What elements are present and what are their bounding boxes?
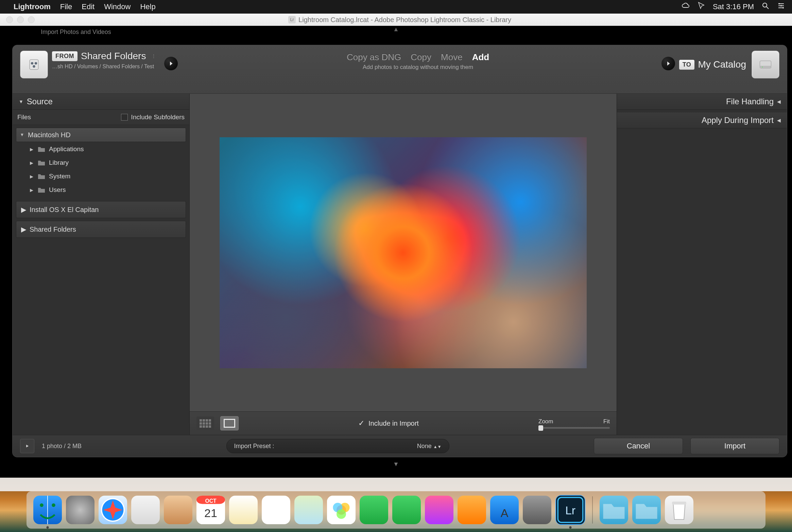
module-strip: Import Photos and Videos ▲ — [0, 26, 792, 38]
tree-volume[interactable]: ▶Install OS X El Capitan — [16, 201, 186, 218]
menu-file[interactable]: File — [60, 2, 72, 11]
import-bottombar: 1 photo / 2 MB Import Preset : None ▲▼ C… — [13, 435, 787, 457]
preview-toolbar: ✓ Include in Import ZoomFit — [190, 411, 617, 435]
window-app-icon: Lr — [288, 16, 296, 23]
include-subfolders-checkbox[interactable] — [121, 114, 128, 121]
dock-apps-folder[interactable] — [600, 496, 628, 524]
preview-panel: ✓ Include in Import ZoomFit — [190, 94, 617, 435]
window-titlebar: Lr Lightroom Catalog.lrcat - Adobe Photo… — [0, 14, 792, 26]
svg-point-10 — [35, 62, 37, 65]
menubar-clock[interactable]: Sat 3:16 PM — [713, 2, 754, 11]
source-panel-header[interactable]: ▼ Source — [13, 94, 189, 110]
dock-app-launchpad[interactable] — [66, 496, 94, 524]
tree-volume[interactable]: ▶Shared Folders — [16, 221, 186, 238]
dock-app-notes[interactable] — [229, 496, 258, 524]
grid-view-button[interactable] — [196, 416, 214, 430]
menu-help[interactable]: Help — [140, 2, 155, 11]
cancel-button[interactable]: Cancel — [594, 438, 683, 454]
dock-downloads-folder[interactable] — [632, 496, 661, 524]
dock-app-calendar[interactable]: OCT21 — [196, 496, 225, 524]
import-topbar: FROM Shared Folders ⋮ …sh HD / Volumes /… — [13, 45, 787, 94]
import-button[interactable]: Import — [690, 438, 779, 454]
include-in-import-label[interactable]: Include in Import — [368, 420, 419, 427]
dock-app-maps[interactable] — [294, 496, 323, 524]
folder-icon — [37, 173, 46, 180]
files-label: Files — [17, 113, 31, 121]
dock-app-appstore[interactable]: A — [490, 496, 519, 524]
window-traffic-lights[interactable] — [6, 16, 35, 23]
op-copy[interactable]: Copy — [411, 52, 431, 63]
dock-app-preferences[interactable] — [523, 496, 551, 524]
dock-app-itunes[interactable] — [425, 496, 453, 524]
svg-point-7 — [782, 7, 784, 8]
control-center-icon[interactable] — [777, 2, 785, 12]
preset-label: Import Preset : — [234, 443, 274, 450]
dock-app-lightroom[interactable]: Lr — [555, 495, 585, 525]
tree-folder[interactable]: ▶Users — [25, 183, 186, 196]
source-dropdown-icon[interactable]: ⋮ — [151, 53, 157, 59]
tree-folder[interactable]: ▶System — [25, 170, 186, 183]
svg-rect-30 — [672, 502, 686, 505]
dock-app-facetime[interactable] — [392, 496, 421, 524]
creative-cloud-icon[interactable] — [682, 2, 690, 12]
source-panel-title: Source — [27, 97, 53, 106]
op-move[interactable]: Move — [441, 52, 463, 63]
tree-folder[interactable]: ▶Applications — [25, 143, 186, 156]
macos-menubar: Lightroom File Edit Window Help Sat 3:16… — [0, 0, 792, 14]
disk-label: Macintosh HD — [28, 131, 71, 139]
dock-app-messages[interactable] — [360, 496, 388, 524]
dock-app-mail[interactable] — [131, 496, 160, 524]
preset-value: None — [417, 443, 432, 449]
svg-point-11 — [33, 65, 35, 68]
chevron-left-icon: ◀ — [777, 118, 781, 123]
svg-point-16 — [40, 503, 44, 507]
spotlight-icon[interactable] — [761, 2, 770, 12]
destination-drive-icon[interactable] — [752, 51, 779, 78]
photo-thumbnail[interactable] — [220, 137, 587, 368]
source-panel: ▼ Source Files Include Subfolders ▼ Maci… — [13, 94, 190, 435]
chevron-right-icon: ▶ — [29, 188, 34, 193]
dock-app-ibooks[interactable] — [458, 496, 486, 524]
op-add[interactable]: Add — [472, 52, 489, 63]
apply-during-import-header[interactable]: Apply During Import ◀ — [617, 112, 787, 128]
svg-point-0 — [763, 3, 767, 7]
svg-rect-13 — [760, 66, 771, 68]
menu-window[interactable]: Window — [104, 2, 131, 11]
tree-disk[interactable]: ▼ Macintosh HD — [16, 128, 186, 142]
op-description: Add photos to catalog without moving the… — [363, 64, 473, 71]
chevron-down-icon: ▼ — [19, 99, 23, 104]
folder-icon — [37, 187, 46, 193]
import-preset-dropdown[interactable]: Import Preset : None ▲▼ — [226, 439, 449, 453]
collapse-bottom-icon[interactable]: ▼ — [393, 461, 399, 468]
source-drive-icon[interactable] — [20, 51, 48, 78]
tree-folder[interactable]: ▶Library — [25, 156, 186, 169]
loupe-view-button[interactable] — [220, 416, 239, 430]
to-badge: TO — [679, 60, 695, 70]
file-handling-header[interactable]: File Handling ◀ — [617, 94, 787, 110]
dock-separator — [592, 496, 593, 524]
check-icon[interactable]: ✓ — [358, 419, 364, 428]
macos-dock: OCT21ALr — [27, 491, 765, 529]
dock-app-photos[interactable] — [327, 496, 356, 524]
zoom-slider[interactable]: ZoomFit — [538, 418, 610, 429]
dock-trash[interactable] — [665, 496, 693, 524]
fit-label: Fit — [603, 418, 610, 425]
source-title[interactable]: Shared Folders — [81, 51, 146, 61]
folder-label: System — [49, 173, 70, 180]
next-arrow-to-icon[interactable] — [661, 57, 675, 70]
minimize-import-button[interactable] — [20, 439, 34, 453]
dock-app-contacts[interactable] — [164, 496, 192, 524]
dock-app-reminders[interactable] — [262, 496, 290, 524]
app-name-menu[interactable]: Lightroom — [14, 2, 51, 11]
destination-title[interactable]: My Catalog — [698, 59, 746, 70]
svg-point-6 — [780, 5, 782, 6]
zoom-label: Zoom — [538, 418, 553, 425]
dock-app-finder[interactable] — [33, 496, 62, 524]
collapse-top-icon[interactable]: ▲ — [393, 26, 399, 33]
cursor-status-icon[interactable] — [697, 2, 705, 12]
next-arrow-from-icon[interactable] — [164, 57, 178, 70]
dock-app-safari[interactable] — [99, 496, 127, 524]
slider-handle-icon[interactable] — [538, 425, 543, 431]
menu-edit[interactable]: Edit — [82, 2, 94, 11]
op-copy-dng[interactable]: Copy as DNG — [347, 52, 401, 63]
